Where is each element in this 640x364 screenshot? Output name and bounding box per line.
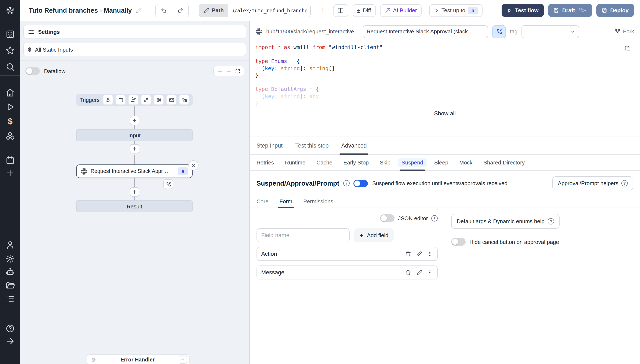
field-name-input[interactable] <box>257 228 350 242</box>
help-icon[interactable] <box>6 324 15 333</box>
diff-label: Diff <box>363 7 371 14</box>
delete-step-button[interactable] <box>188 160 198 170</box>
favorites-star-icon[interactable] <box>6 46 15 55</box>
tab-step-input[interactable]: Step Input <box>257 137 283 154</box>
path-segment-button[interactable]: Path <box>199 4 228 17</box>
home-icon[interactable] <box>6 88 15 97</box>
windmill-flow-editor: $ Tuto Refund br <box>0 0 640 364</box>
subtab-suspend[interactable]: Suspend <box>401 155 423 170</box>
suspend-indicator-button[interactable] <box>492 25 506 38</box>
fork-button[interactable]: Fork <box>615 28 634 35</box>
tab-advanced[interactable]: Advanced <box>341 137 367 154</box>
flow-settings-button[interactable]: Settings <box>23 25 246 38</box>
webhook-trigger-icon[interactable] <box>103 95 113 105</box>
drag-handle-icon[interactable] <box>428 270 433 275</box>
edit-field-icon[interactable] <box>416 251 422 256</box>
subtab-mock[interactable]: Mock <box>459 155 472 170</box>
zoom-out-button[interactable] <box>224 67 233 75</box>
subtab-runtime[interactable]: Runtime <box>285 155 305 170</box>
redo-button[interactable] <box>172 4 188 17</box>
path-input[interactable] <box>228 4 310 17</box>
route-trigger-icon[interactable] <box>128 95 138 105</box>
code-line: import * as wmill from "windmill-client" <box>255 44 640 51</box>
tab-test-this-step[interactable]: Test this step <box>295 137 329 154</box>
settings-gear-icon[interactable] <box>6 254 15 264</box>
save-icon <box>602 8 607 13</box>
zoom-in-button[interactable] <box>216 67 224 75</box>
subtab-shared-directory[interactable]: Shared Directory <box>483 155 525 170</box>
code-editor[interactable]: import * as wmill from "windmill-client"… <box>250 40 640 107</box>
audit-logs-list-icon[interactable] <box>6 294 15 304</box>
diff-button[interactable]: ± Diff <box>352 4 376 17</box>
edit-title-pencil-icon[interactable] <box>136 8 142 13</box>
more-menu-kebab-icon[interactable]: ⋮ <box>317 6 329 14</box>
test-flow-button[interactable]: Test flow <box>502 4 544 17</box>
variables-dollar-icon[interactable]: $ <box>8 117 13 126</box>
folders-icon[interactable] <box>6 281 15 290</box>
edge-line <box>134 178 135 187</box>
workspace-icon[interactable] <box>6 30 15 39</box>
edit-field-icon[interactable] <box>416 270 422 275</box>
input-node[interactable]: Input <box>76 129 192 141</box>
subtab-early-stop[interactable]: Early Stop <box>343 155 369 170</box>
docs-book-button[interactable] <box>333 4 348 17</box>
insert-step-button[interactable] <box>130 116 139 125</box>
undo-button[interactable] <box>156 4 172 17</box>
search-icon[interactable] <box>6 62 15 72</box>
dataflow-toggle[interactable] <box>25 67 40 75</box>
websocket-plug-trigger-icon[interactable] <box>141 95 151 105</box>
kafka-trigger-icon[interactable] <box>154 95 164 105</box>
form-field-row-action[interactable]: Action <box>257 247 438 261</box>
tag-select[interactable] <box>522 25 579 38</box>
insert-step-button[interactable] <box>130 144 139 154</box>
result-node[interactable]: Result <box>76 200 192 212</box>
test-up-to-button[interactable]: Test up to a <box>429 4 483 17</box>
show-all-button[interactable]: Show all <box>250 110 640 118</box>
slack-icon <box>81 168 87 174</box>
json-editor-toggle[interactable] <box>380 214 394 222</box>
hide-cancel-toggle[interactable] <box>451 238 466 246</box>
ai-robot-icon[interactable] <box>6 267 15 276</box>
email-trigger-icon[interactable] <box>166 95 176 105</box>
inner-tab-permissions[interactable]: Permissions <box>303 195 333 208</box>
subtab-retries[interactable]: Retries <box>257 155 274 170</box>
resources-boxes-icon[interactable] <box>6 132 15 141</box>
all-static-inputs-button[interactable]: $ All Static Inputs <box>23 43 246 56</box>
subtab-cache[interactable]: Cache <box>316 155 332 170</box>
schedules-calendar-icon[interactable] <box>6 156 15 165</box>
add-field-button[interactable]: Add field <box>354 228 393 242</box>
subtab-sleep[interactable]: Sleep <box>434 155 449 170</box>
add-plus-icon[interactable] <box>6 168 15 178</box>
default-args-help-button[interactable]: Default args & Dynamic enums help ? <box>451 214 560 229</box>
windmill-logo-icon[interactable] <box>0 0 20 21</box>
user-icon[interactable] <box>6 240 15 250</box>
inner-tab-core[interactable]: Core <box>257 195 268 208</box>
drag-handle-icon[interactable] <box>428 251 433 256</box>
ai-builder-button[interactable]: AI Builder <box>380 4 421 17</box>
slack-approval-step-node[interactable]: Request Interactive Slack Approval (... … <box>76 164 192 178</box>
form-field-row-message[interactable]: Message <box>257 266 438 280</box>
suspend-phone-badge[interactable] <box>163 179 173 189</box>
add-error-handler-button[interactable] <box>179 356 187 364</box>
deploy-button[interactable]: Deploy <box>596 4 634 17</box>
approval-prompt-helpers-button[interactable]: Approval/Prompt helpers ? <box>552 176 633 190</box>
hub-script-path[interactable]: hub/11500/slack/request_interactive... <box>266 28 358 35</box>
error-handler-node[interactable]: Error Handler <box>87 354 190 364</box>
info-icon[interactable]: i <box>431 215 438 221</box>
poll-binoculars-trigger-icon[interactable] <box>179 95 189 105</box>
inner-tab-form[interactable]: Form <box>279 195 292 208</box>
delete-field-icon[interactable] <box>405 251 411 256</box>
runs-play-icon[interactable] <box>6 102 15 112</box>
info-icon[interactable]: i <box>343 180 349 186</box>
delete-field-icon[interactable] <box>405 270 411 275</box>
advanced-subtabs: RetriesRuntimeCacheEarly StopSkipSuspend… <box>250 155 640 171</box>
insert-step-button[interactable] <box>130 187 139 196</box>
subtab-skip[interactable]: Skip <box>380 155 390 170</box>
step-name-input[interactable] <box>363 25 488 38</box>
schedule-trigger-icon[interactable] <box>116 95 126 105</box>
draft-button[interactable]: Draft ⌘S <box>548 4 592 17</box>
suspend-toggle[interactable] <box>353 180 368 187</box>
expand-arrow-icon[interactable] <box>6 336 15 346</box>
copy-code-icon[interactable] <box>625 46 631 52</box>
fit-view-button[interactable] <box>233 67 242 75</box>
